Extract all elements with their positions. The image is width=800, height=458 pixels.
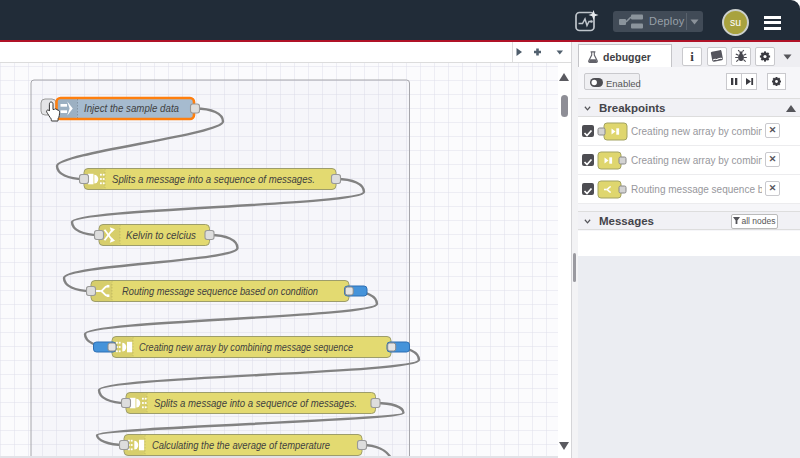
svg-text:Splits a message into a sequen: Splits a message into a sequence of mess…	[154, 398, 357, 409]
svg-text:Kelvin to celcius: Kelvin to celcius	[126, 230, 196, 241]
svg-text:Creating new array by combinin: Creating new array by combining message …	[139, 342, 353, 353]
svg-text:Routing message sequence based: Routing message sequence based on condit…	[122, 286, 318, 297]
svg-text:Inject the sample data: Inject the sample data	[84, 103, 179, 114]
svg-text:Calculating the the average of: Calculating the the average of temperatu…	[152, 440, 330, 451]
svg-text:Splits a message into a sequen: Splits a message into a sequence of mess…	[112, 174, 315, 185]
